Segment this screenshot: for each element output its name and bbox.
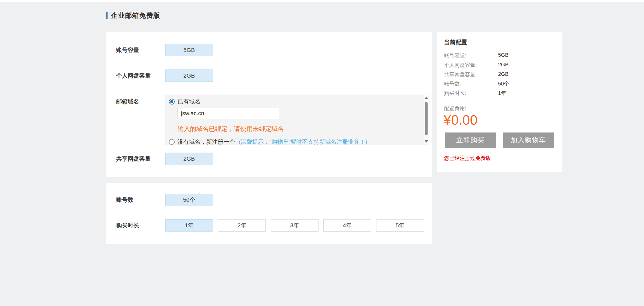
duration-option-3y[interactable]: 3年 [271, 219, 318, 232]
summary-value: 50个 [498, 80, 509, 87]
shared-disk-option-2gb[interactable]: 2GB [165, 153, 213, 165]
purchase-card: 账号数 50个 购买时长 1年 2年 3年 4年 5年 [106, 183, 432, 244]
row-email-domain: 邮箱域名 已有域名 输入的域名已绑定，请使用未绑定域名 没有域名，新注册一个 (… [116, 95, 429, 145]
duration-option-2y[interactable]: 2年 [218, 219, 266, 232]
duration-label: 购买时长 [116, 222, 165, 229]
page-title: 企业邮箱免费版 [111, 11, 160, 20]
account-capacity-option-5gb[interactable]: 5GB [165, 44, 213, 56]
duration-option-4y[interactable]: 4年 [323, 219, 371, 232]
buy-now-button[interactable]: 立即购买 [445, 132, 496, 148]
summary-value: 5GB [498, 52, 509, 58]
personal-disk-option-2gb[interactable]: 2GB [165, 70, 213, 82]
personal-disk-label: 个人网盘容量 [116, 72, 165, 80]
account-count-option-50[interactable]: 50个 [165, 194, 213, 206]
row-account-capacity: 账号容量 5GB [116, 44, 213, 56]
config-card: 账号容量 5GB 个人网盘容量 2GB 邮箱域名 已有域名 输入的域名已绑定，请… [106, 32, 432, 177]
summary-label: 账号容量: [444, 53, 466, 58]
scrollbar-thumb[interactable] [425, 102, 428, 135]
summary-row-account-count: 账号数: 50个 [444, 80, 554, 87]
summary-value: 2GB [498, 71, 509, 77]
domain-box-scrollbar[interactable] [424, 95, 429, 144]
summary-row-duration: 购买时长: 1年 [444, 90, 554, 96]
existing-domain-radio[interactable] [169, 99, 175, 105]
domain-error-message: 输入的域名已绑定，请使用未绑定域名 [178, 125, 419, 133]
title-accent-bar [106, 12, 108, 19]
summary-value: 2GB [498, 62, 509, 68]
summary-row-personal-disk: 个人网盘容量: 2GB [444, 62, 554, 68]
duration-options: 1年 2年 3年 4年 5年 [165, 219, 424, 232]
add-to-cart-button[interactable]: 加入购物车 [503, 132, 554, 148]
page: 企业邮箱免费版 账号容量 5GB 个人网盘容量 2GB 邮箱域名 已有域名 输入… [0, 0, 644, 306]
summary-row-shared-disk: 共享网盘容量: 2GB [444, 71, 554, 78]
fee-amount: ¥0.00 [444, 112, 477, 128]
email-domain-label: 邮箱域名 [116, 95, 165, 106]
scroll-up-arrow-icon[interactable] [424, 97, 428, 99]
summary-row-account-capacity: 账号容量: 5GB [444, 52, 554, 59]
row-shared-disk: 共享网盘容量 2GB [116, 153, 213, 165]
duration-option-5y[interactable]: 5年 [376, 219, 424, 232]
summary-value: 1年 [498, 90, 506, 97]
top-strip [0, 0, 644, 2]
new-domain-radio[interactable] [169, 139, 175, 145]
account-capacity-label: 账号容量 [116, 46, 165, 54]
duration-option-1y[interactable]: 1年 [165, 219, 213, 232]
new-domain-hint: (温馨提示：“购物车”暂时不支持新域名注册业务！) [239, 138, 367, 146]
row-personal-disk: 个人网盘容量 2GB [116, 70, 213, 82]
summary-label: 账号数: [444, 81, 461, 86]
existing-domain-option-label: 已有域名 [178, 98, 200, 106]
existing-domain-option[interactable]: 已有域名 [169, 98, 419, 106]
new-domain-option-label: 没有域名，新注册一个 [178, 138, 235, 146]
account-count-label: 账号数 [116, 196, 165, 204]
fee-label: 配置费用: [444, 105, 466, 112]
shared-disk-label: 共享网盘容量 [116, 155, 165, 163]
row-duration: 购买时长 1年 2年 3年 4年 5年 [116, 219, 424, 232]
domain-input[interactable] [178, 108, 279, 119]
row-account-count: 账号数 50个 [116, 194, 213, 206]
domain-options-box: 已有域名 输入的域名已绑定，请使用未绑定域名 没有域名，新注册一个 (温馨提示：… [165, 95, 429, 145]
current-config-panel: 当前配置 账号容量: 5GB 个人网盘容量: 2GB 共享网盘容量: 2GB 账… [437, 32, 562, 172]
new-domain-option[interactable]: 没有域名，新注册一个 (温馨提示：“购物车”暂时不支持新域名注册业务！) [169, 138, 419, 146]
summary-label: 个人网盘容量: [444, 62, 477, 68]
panel-title: 当前配置 [444, 38, 467, 46]
summary-label: 共享网盘容量: [444, 72, 477, 77]
page-header: 企业邮箱免费版 [106, 11, 160, 20]
already-registered-notice: 您已经注册过免费版 [444, 155, 491, 162]
title-separator [106, 25, 562, 25]
scroll-down-arrow-icon[interactable] [424, 140, 428, 143]
summary-label: 购买时长: [444, 90, 466, 96]
